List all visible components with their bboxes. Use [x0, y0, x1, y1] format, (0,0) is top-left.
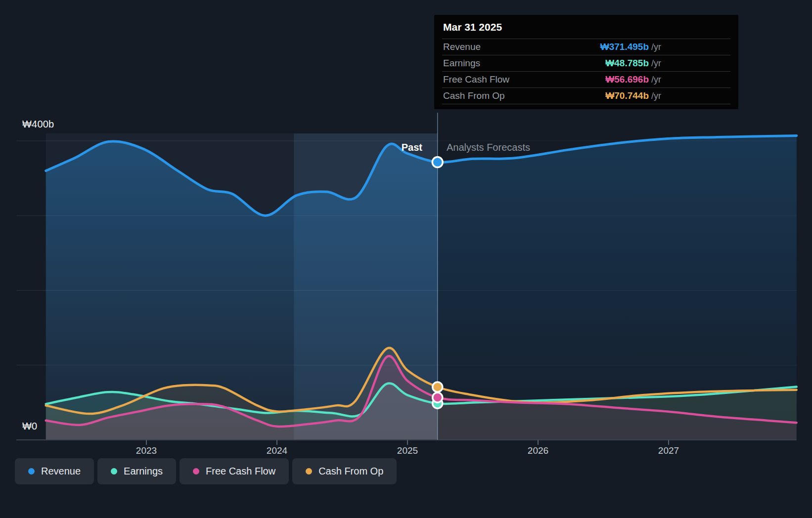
legend-dot-free-cash-flow-icon	[193, 468, 199, 475]
chart-legend: Revenue Earnings Free Cash Flow Cash Fro…	[15, 458, 397, 484]
y-axis-label-400b: ₩400b	[22, 119, 54, 130]
x-tick-label: 2027	[658, 445, 679, 456]
tooltip-label: Cash From Op	[442, 90, 515, 101]
tooltip-unit: /yr	[651, 42, 661, 52]
tooltip-value: ₩70.744b	[605, 90, 649, 101]
legend-item-free-cash-flow[interactable]: Free Cash Flow	[180, 458, 289, 484]
cash-from-op-marker-dot	[433, 382, 443, 392]
tooltip-value: ₩371.495b	[600, 42, 649, 52]
legend-dot-cash-from-op-icon	[306, 468, 312, 475]
tooltip-label: Revenue	[442, 42, 515, 52]
legend-dot-revenue-icon	[28, 468, 35, 475]
x-tick-label: 2023	[136, 445, 157, 456]
legend-item-revenue[interactable]: Revenue	[15, 458, 94, 484]
tooltip-value: ₩48.785b	[605, 58, 649, 69]
forecast-chart-page: ₩400b ₩0 Past Analysts Forecasts Mar 31 …	[0, 0, 812, 518]
legend-label: Free Cash Flow	[206, 466, 275, 477]
free-cash-flow-marker-dot	[433, 392, 443, 402]
tooltip-unit: /yr	[651, 58, 661, 69]
tooltip-row-free-cash-flow: Free Cash Flow ₩56.696b/yr	[442, 71, 730, 87]
analysts-forecasts-zone-label: Analysts Forecasts	[447, 142, 530, 153]
tooltip-date: Mar 31 2025	[442, 15, 730, 39]
tooltip-row-cash-from-op: Cash From Op ₩70.744b/yr	[442, 87, 730, 104]
legend-label: Cash From Op	[318, 466, 383, 477]
tooltip-label: Free Cash Flow	[442, 74, 515, 85]
legend-label: Revenue	[41, 466, 81, 477]
tooltip-row-revenue: Revenue ₩371.495b/yr	[442, 39, 730, 55]
x-tick-label: 2026	[528, 445, 548, 456]
forecast-region-overlay	[438, 133, 797, 440]
tooltip-row-earnings: Earnings ₩48.785b/yr	[442, 55, 730, 71]
chart-tooltip: Mar 31 2025 Revenue ₩371.495b/yr Earning…	[434, 15, 738, 109]
legend-item-cash-from-op[interactable]: Cash From Op	[292, 458, 397, 484]
legend-dot-earnings-icon	[111, 468, 117, 475]
tooltip-unit: /yr	[651, 75, 661, 85]
legend-label: Earnings	[124, 466, 163, 477]
x-tick-label: 2024	[267, 445, 287, 456]
x-tick-label: 2025	[397, 445, 418, 456]
past-zone-label: Past	[402, 142, 429, 153]
y-axis-label-0: ₩0	[22, 421, 37, 432]
legend-item-earnings[interactable]: Earnings	[97, 458, 176, 484]
tooltip-label: Earnings	[442, 58, 515, 69]
revenue-marker-dot	[432, 157, 443, 168]
tooltip-unit: /yr	[651, 91, 661, 101]
tooltip-value: ₩56.696b	[605, 74, 649, 85]
